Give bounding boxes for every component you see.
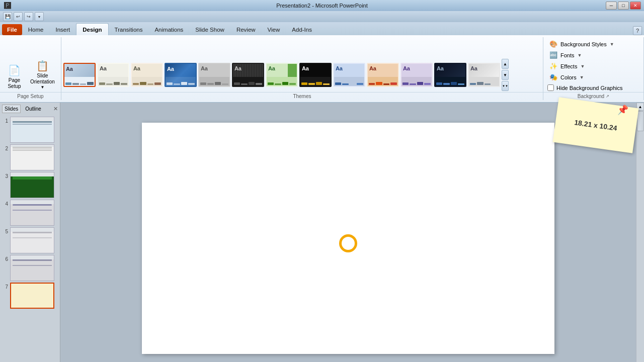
slide-thumb-4[interactable] [10, 200, 54, 226]
page-setup-group-label: Page Setup [0, 92, 61, 100]
colors-button[interactable]: 🎭 Colors ▼ [547, 72, 586, 82]
slide-number-4: 4 [2, 201, 8, 207]
group-themes: Aa Aa [61, 37, 543, 100]
tab-home[interactable]: Home [22, 24, 50, 35]
group-page-setup-content: 📄 PageSetup 📋 SlideOrientation ▼ [0, 37, 61, 92]
close-button[interactable]: ✕ [630, 2, 641, 10]
fonts-button[interactable]: 🔤 Fonts ▼ [547, 50, 584, 60]
background-expand-icon[interactable]: ↗ [606, 94, 609, 99]
slide-thumb-container-5: 5 [2, 227, 58, 253]
page-setup-label-text: Page Setup [17, 94, 43, 99]
fonts-label: Fonts [560, 52, 575, 58]
theme-8[interactable]: Aa [299, 63, 332, 87]
theme-10[interactable]: Aa [367, 63, 399, 87]
colors-icon: 🎭 [549, 73, 557, 81]
group-page-setup: 📄 PageSetup 📋 SlideOrientation ▼ Page Se… [0, 37, 61, 100]
tab-review[interactable]: Review [230, 24, 262, 35]
hide-background-checkbox[interactable] [547, 84, 554, 91]
app-icon: 🅿 [3, 1, 12, 10]
theme-12[interactable]: Aa [434, 63, 466, 87]
background-styles-button[interactable]: 🎨 Background Styles ▼ [547, 39, 616, 49]
theme-3[interactable]: Aa [131, 63, 163, 87]
tab-insert[interactable]: Insert [50, 24, 76, 35]
tab-view[interactable]: View [262, 24, 286, 35]
ribbon-content: 📄 PageSetup 📋 SlideOrientation ▼ Page Se… [0, 35, 644, 103]
title-bar: 🅿 Presentation2 - Microsoft PowerPoint ─… [0, 0, 644, 11]
slide-panel-header: Slides Outline ✕ [2, 105, 58, 113]
theme-4[interactable]: Aa [165, 63, 197, 87]
theme-9[interactable]: Aa [333, 63, 365, 87]
qat-dropdown-button[interactable]: ▼ [35, 12, 44, 21]
slide-thumb-container-6: 6 [2, 255, 58, 281]
slide-number-3: 3 [2, 173, 8, 179]
window-title: Presentation2 - Microsoft PowerPoint [276, 3, 368, 9]
slide-thumb-container-2: 2 [2, 144, 58, 170]
slide-main[interactable]: 📌 18.21 x 10.24 [60, 103, 636, 362]
undo-qat-button[interactable]: ↩ [14, 12, 23, 21]
tab-file[interactable]: File [2, 24, 22, 35]
slide-thumb-3[interactable] [10, 172, 54, 198]
slide-thumb-container-3: 3 [2, 172, 58, 198]
ribbon: File Home Insert Design Transitions Anim… [0, 22, 644, 103]
themes-row: Aa Aa [63, 59, 509, 91]
ribbon-tabs: File Home Insert Design Transitions Anim… [0, 22, 644, 35]
themes-label-text: Themes [293, 94, 311, 99]
slide-thumb-container-7: 7 [2, 283, 58, 309]
slide-canvas[interactable] [142, 123, 554, 354]
page-setup-icon: 📄 [8, 64, 21, 76]
slide-thumb-5[interactable] [10, 227, 54, 253]
right-scrollbar: ▲ ▼ [636, 103, 644, 362]
effects-arrow: ▼ [580, 64, 585, 69]
tab-slideshow[interactable]: Slide Show [189, 24, 230, 35]
slide-thumb-2[interactable] [10, 144, 54, 170]
themes-scroll-down[interactable]: ▼ [502, 70, 509, 80]
theme-6[interactable]: Aa [232, 63, 264, 87]
themes-more[interactable]: ▼▼ [502, 81, 509, 91]
tab-design[interactable]: Design [76, 23, 108, 35]
colors-label: Colors [560, 74, 577, 80]
tab-transitions[interactable]: Transitions [109, 24, 149, 35]
slide-number-6: 6 [2, 256, 8, 262]
page-setup-button[interactable]: 📄 PageSetup [3, 63, 26, 91]
pin-icon: 📌 [617, 104, 628, 116]
slide-thumb-7[interactable] [10, 283, 54, 309]
sun-circle [339, 234, 357, 252]
tooltip-note: 📌 18.21 x 10.24 [553, 97, 639, 153]
main-area: Slides Outline ✕ 1 2 [0, 103, 644, 362]
save-qat-button[interactable]: 💾 [3, 12, 12, 21]
themes-content: Aa Aa [61, 37, 543, 92]
theme-2[interactable]: Aa [97, 63, 129, 87]
slide-orientation-label: SlideOrientation [30, 73, 55, 85]
outline-tab[interactable]: Outline [23, 105, 44, 113]
slide-orientation-icon: 📋 [36, 60, 49, 72]
minimize-button[interactable]: ─ [606, 2, 617, 10]
tab-animations[interactable]: Animations [148, 24, 189, 35]
scroll-track[interactable] [636, 111, 644, 362]
restore-button[interactable]: □ [618, 2, 629, 10]
background-styles-label: Background Styles [560, 41, 607, 47]
redo-qat-button[interactable]: ↪ [24, 12, 33, 21]
slide-panel: Slides Outline ✕ 1 2 [0, 103, 60, 362]
background-styles-icon: 🎨 [549, 40, 557, 48]
theme-13[interactable]: Aa [468, 63, 500, 87]
title-bar-left: 🅿 [3, 1, 12, 10]
ribbon-help-button[interactable]: ? [633, 26, 642, 35]
scroll-thumb[interactable] [637, 111, 644, 131]
slide-thumb-6[interactable] [10, 255, 54, 281]
theme-7[interactable]: Aa [266, 63, 298, 87]
hide-background-label: Hide Background Graphics [556, 85, 622, 91]
slide-thumb-1[interactable] [10, 117, 54, 143]
slides-tab[interactable]: Slides [2, 105, 21, 113]
slide-panel-close-button[interactable]: ✕ [53, 106, 58, 112]
theme-default[interactable]: Aa [63, 63, 96, 87]
background-label-text: Background [578, 94, 604, 99]
window-controls: ─ □ ✕ [606, 2, 641, 10]
effects-label: Effects [560, 63, 577, 69]
slide-thumb-container-1: 1 [2, 117, 58, 143]
themes-scroll-up[interactable]: ▲ [502, 59, 509, 69]
theme-5[interactable]: Aa [198, 63, 230, 87]
theme-11[interactable]: Aa [400, 63, 433, 87]
slide-orientation-button[interactable]: 📋 SlideOrientation ▼ [27, 58, 58, 91]
tab-addins[interactable]: Add-Ins [286, 24, 318, 35]
effects-button[interactable]: ✨ Effects ▼ [547, 61, 587, 71]
